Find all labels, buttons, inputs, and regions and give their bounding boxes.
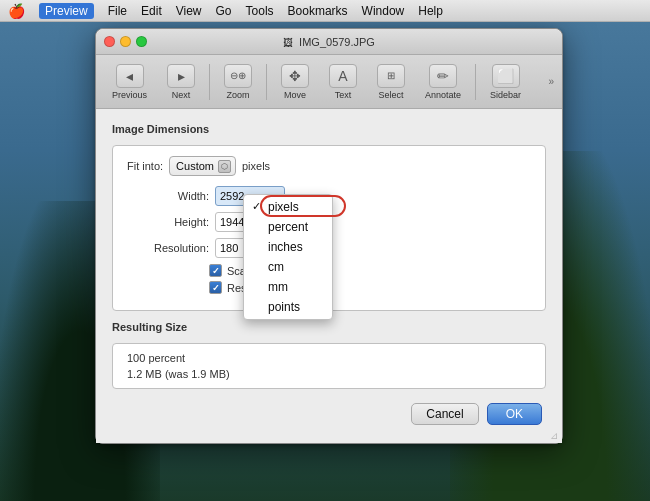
- annotate-icon: ✏: [429, 64, 457, 88]
- toolbar-sidebar[interactable]: ⬜ Sidebar: [482, 60, 529, 104]
- resulting-size-panel: 100 percent 1.2 MB (was 1.9 MB): [112, 343, 546, 389]
- select-icon: ⊞: [377, 64, 405, 88]
- toolbar-divider-3: [475, 64, 476, 100]
- result-size: 1.2 MB (was 1.9 MB): [127, 368, 531, 380]
- toolbar-zoom[interactable]: ⊖⊕ Zoom: [216, 60, 260, 104]
- zoom-icon: ⊖⊕: [224, 64, 252, 88]
- select-label: Select: [379, 90, 404, 100]
- zoom-label: Zoom: [227, 90, 250, 100]
- cancel-button[interactable]: Cancel: [411, 403, 478, 425]
- fit-into-value: Custom: [176, 160, 214, 172]
- menubar-tools[interactable]: Tools: [246, 4, 274, 18]
- menubar-edit[interactable]: Edit: [141, 4, 162, 18]
- ok-button[interactable]: OK: [487, 403, 542, 425]
- text-icon: A: [329, 64, 357, 88]
- toolbar-divider-1: [209, 64, 210, 100]
- menubar-help[interactable]: Help: [418, 4, 443, 18]
- dropdown-item-mm[interactable]: mm: [244, 277, 332, 297]
- file-icon: 🖼: [283, 37, 293, 48]
- resize-handle[interactable]: ⊿: [550, 430, 558, 441]
- menubar-go[interactable]: Go: [216, 4, 232, 18]
- selected-checkmark: ✓: [252, 200, 261, 213]
- menubar-window[interactable]: Window: [362, 4, 405, 18]
- zoom-button[interactable]: [136, 36, 147, 47]
- traffic-lights: [104, 36, 147, 47]
- scale-proportionally-checkbox[interactable]: ✓: [209, 264, 222, 277]
- menubar-view[interactable]: View: [176, 4, 202, 18]
- dimensions-panel: Fit into: Custom ⬡ pixels Width: — Heigh…: [112, 145, 546, 311]
- checkbox-checkmark-1: ✓: [212, 266, 220, 276]
- toolbar-text[interactable]: A Text: [321, 60, 365, 104]
- preview-window: 🖼 IMG_0579.JPG ◂ Previous ▸ Next ⊖⊕ Zoom…: [95, 28, 563, 444]
- select-dropdown-arrow: ⬡: [218, 160, 231, 173]
- section-title: Image Dimensions: [112, 123, 546, 135]
- fit-into-select[interactable]: Custom ⬡: [169, 156, 236, 176]
- annotate-label: Annotate: [425, 90, 461, 100]
- previous-icon: ◂: [116, 64, 144, 88]
- minimize-button[interactable]: [120, 36, 131, 47]
- toolbar-move[interactable]: ✥ Move: [273, 60, 317, 104]
- menubar-preview[interactable]: Preview: [39, 3, 94, 19]
- result-percent: 100 percent: [127, 352, 531, 364]
- next-label: Next: [172, 90, 191, 100]
- resulting-size-title: Resulting Size: [112, 321, 546, 333]
- unit-dropdown-menu[interactable]: ✓ pixels percent inches cm mm points: [243, 194, 333, 320]
- menubar-bookmarks[interactable]: Bookmarks: [288, 4, 348, 18]
- toolbar-previous[interactable]: ◂ Previous: [104, 60, 155, 104]
- dialog-buttons: Cancel OK: [112, 403, 546, 429]
- close-button[interactable]: [104, 36, 115, 47]
- sidebar-label: Sidebar: [490, 90, 521, 100]
- fit-into-row: Fit into: Custom ⬡ pixels: [127, 156, 531, 176]
- toolbar-annotate[interactable]: ✏ Annotate: [417, 60, 469, 104]
- width-label: Width:: [127, 190, 209, 202]
- text-label: Text: [335, 90, 352, 100]
- toolbar-select[interactable]: ⊞ Select: [369, 60, 413, 104]
- fit-into-label: Fit into:: [127, 160, 163, 172]
- resample-image-checkbox[interactable]: ✓: [209, 281, 222, 294]
- dialog-content: Image Dimensions Fit into: Custom ⬡ pixe…: [96, 109, 562, 443]
- title-bar: 🖼 IMG_0579.JPG: [96, 29, 562, 55]
- resolution-label: Resolution:: [127, 242, 209, 254]
- checkbox-checkmark-2: ✓: [212, 283, 220, 293]
- dropdown-item-percent[interactable]: percent: [244, 217, 332, 237]
- move-label: Move: [284, 90, 306, 100]
- toolbar-expand-icon[interactable]: »: [548, 76, 554, 87]
- toolbar: ◂ Previous ▸ Next ⊖⊕ Zoom ✥ Move A Text …: [96, 55, 562, 109]
- apple-menu-icon[interactable]: 🍎: [8, 3, 25, 19]
- toolbar-next[interactable]: ▸ Next: [159, 60, 203, 104]
- next-icon: ▸: [167, 64, 195, 88]
- height-label: Height:: [127, 216, 209, 228]
- pixels-unit-label: pixels: [242, 160, 270, 172]
- menubar: 🍎 Preview File Edit View Go Tools Bookma…: [0, 0, 650, 22]
- sidebar-icon: ⬜: [492, 64, 520, 88]
- dropdown-item-points[interactable]: points: [244, 297, 332, 317]
- dropdown-item-pixels[interactable]: ✓ pixels: [244, 197, 332, 217]
- dropdown-item-inches[interactable]: inches: [244, 237, 332, 257]
- move-icon: ✥: [281, 64, 309, 88]
- previous-label: Previous: [112, 90, 147, 100]
- menubar-file[interactable]: File: [108, 4, 127, 18]
- toolbar-divider-2: [266, 64, 267, 100]
- dropdown-item-cm[interactable]: cm: [244, 257, 332, 277]
- window-title: 🖼 IMG_0579.JPG: [283, 36, 375, 48]
